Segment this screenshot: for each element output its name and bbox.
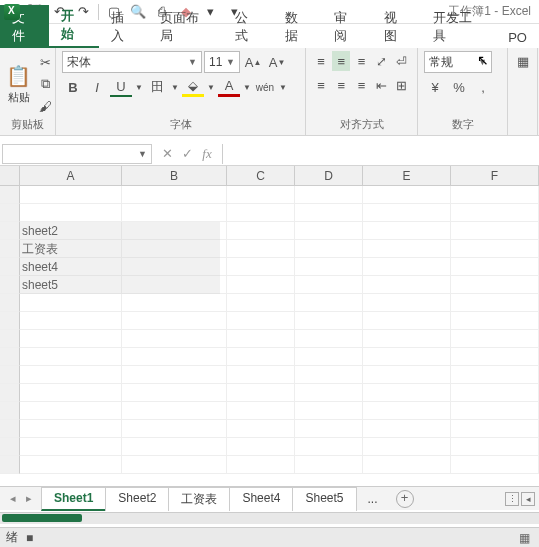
cell-B5[interactable] bbox=[122, 258, 227, 276]
cut-icon[interactable]: ✂ bbox=[34, 52, 56, 72]
cell-A9[interactable] bbox=[20, 330, 122, 348]
merge-icon[interactable]: ⊞ bbox=[393, 75, 411, 95]
cell-B7[interactable] bbox=[122, 294, 227, 312]
cell-A16[interactable] bbox=[20, 456, 122, 474]
row-header-3[interactable] bbox=[0, 222, 20, 240]
row-header-6[interactable] bbox=[0, 276, 20, 294]
cell-E1[interactable] bbox=[363, 186, 451, 204]
cell-F7[interactable] bbox=[451, 294, 539, 312]
cell-B11[interactable] bbox=[122, 366, 227, 384]
cell-D16[interactable] bbox=[295, 456, 363, 474]
cell-E7[interactable] bbox=[363, 294, 451, 312]
row-header-1[interactable] bbox=[0, 186, 20, 204]
cell-C9[interactable] bbox=[227, 330, 295, 348]
underline-button[interactable]: U bbox=[110, 77, 132, 97]
cell-F8[interactable] bbox=[451, 312, 539, 330]
cell-C15[interactable] bbox=[227, 438, 295, 456]
row-header-15[interactable] bbox=[0, 438, 20, 456]
orientation-icon[interactable]: ⤢ bbox=[373, 51, 391, 71]
cell-C6[interactable] bbox=[227, 276, 295, 294]
nav-prev-icon[interactable]: ▸ bbox=[22, 492, 36, 505]
cell-E12[interactable] bbox=[363, 384, 451, 402]
cell-E15[interactable] bbox=[363, 438, 451, 456]
align-top-icon[interactable]: ≡ bbox=[312, 51, 330, 71]
tab-review[interactable]: 审阅 bbox=[322, 5, 371, 48]
col-header-B[interactable]: B bbox=[122, 166, 227, 185]
record-macro-icon[interactable]: ■ bbox=[26, 531, 33, 545]
italic-button[interactable]: I bbox=[86, 77, 108, 97]
cell-D4[interactable] bbox=[295, 240, 363, 258]
row-header-8[interactable] bbox=[0, 312, 20, 330]
fx-button[interactable]: fx bbox=[198, 146, 216, 162]
cell-E3[interactable] bbox=[363, 222, 451, 240]
cell-A12[interactable] bbox=[20, 384, 122, 402]
tab-formula[interactable]: 公式 bbox=[223, 5, 272, 48]
border-dropdown-icon[interactable]: ▼ bbox=[170, 77, 180, 97]
underline-dropdown-icon[interactable]: ▼ bbox=[134, 77, 144, 97]
sheet-tab-Sheet4[interactable]: Sheet4 bbox=[229, 487, 293, 511]
cell-E13[interactable] bbox=[363, 402, 451, 420]
font-color-button[interactable]: A bbox=[218, 77, 240, 97]
cell-F13[interactable] bbox=[451, 402, 539, 420]
cancel-icon[interactable]: ✕ bbox=[158, 146, 176, 161]
cell-A2[interactable] bbox=[20, 204, 122, 222]
cell-D15[interactable] bbox=[295, 438, 363, 456]
tab-layout[interactable]: 页面布局 bbox=[148, 5, 223, 48]
col-header-C[interactable]: C bbox=[227, 166, 295, 185]
col-header-E[interactable]: E bbox=[363, 166, 451, 185]
cell-C16[interactable] bbox=[227, 456, 295, 474]
tab-view[interactable]: 视图 bbox=[372, 5, 421, 48]
shrink-font-icon[interactable]: A▼ bbox=[266, 52, 288, 72]
cell-A1[interactable] bbox=[20, 186, 122, 204]
row-header-14[interactable] bbox=[0, 420, 20, 438]
cell-B10[interactable] bbox=[122, 348, 227, 366]
cell-B15[interactable] bbox=[122, 438, 227, 456]
enter-icon[interactable]: ✓ bbox=[178, 146, 196, 161]
row-header-10[interactable] bbox=[0, 348, 20, 366]
cell-D11[interactable] bbox=[295, 366, 363, 384]
cell-A3[interactable]: sheet2 bbox=[20, 222, 122, 240]
cell-C5[interactable] bbox=[227, 258, 295, 276]
cell-C14[interactable] bbox=[227, 420, 295, 438]
cell-F16[interactable] bbox=[451, 456, 539, 474]
cell-C11[interactable] bbox=[227, 366, 295, 384]
tab-insert[interactable]: 插入 bbox=[99, 5, 148, 48]
cell-C1[interactable] bbox=[227, 186, 295, 204]
cell-F10[interactable] bbox=[451, 348, 539, 366]
col-header-D[interactable]: D bbox=[295, 166, 363, 185]
cell-C4[interactable] bbox=[227, 240, 295, 258]
cell-C8[interactable] bbox=[227, 312, 295, 330]
cell-D5[interactable] bbox=[295, 258, 363, 276]
row-header-4[interactable] bbox=[0, 240, 20, 258]
sheet-tab-工资表[interactable]: 工资表 bbox=[168, 487, 230, 511]
row-header-16[interactable] bbox=[0, 456, 20, 474]
cell-F6[interactable] bbox=[451, 276, 539, 294]
cell-D3[interactable] bbox=[295, 222, 363, 240]
scroll-thumb[interactable] bbox=[2, 514, 82, 522]
align-center-icon[interactable]: ≡ bbox=[332, 75, 350, 95]
cell-C7[interactable] bbox=[227, 294, 295, 312]
sheet-tab-Sheet5[interactable]: Sheet5 bbox=[292, 487, 356, 511]
sheet-tab-Sheet1[interactable]: Sheet1 bbox=[41, 487, 106, 511]
tab-po[interactable]: PO bbox=[496, 26, 539, 48]
decrease-indent-icon[interactable]: ⇤ bbox=[373, 75, 391, 95]
cell-B8[interactable] bbox=[122, 312, 227, 330]
cell-A15[interactable] bbox=[20, 438, 122, 456]
nav-first-icon[interactable]: ◂ bbox=[6, 492, 20, 505]
cell-B3[interactable] bbox=[122, 222, 227, 240]
formula-input[interactable] bbox=[223, 144, 539, 164]
cell-B1[interactable] bbox=[122, 186, 227, 204]
comma-button[interactable]: , bbox=[472, 77, 494, 97]
scroll-left-icon[interactable]: ◂ bbox=[521, 492, 535, 506]
sheet-tab-Sheet2[interactable]: Sheet2 bbox=[105, 487, 169, 511]
cell-B4[interactable] bbox=[122, 240, 227, 258]
cell-D1[interactable] bbox=[295, 186, 363, 204]
cell-E4[interactable] bbox=[363, 240, 451, 258]
bold-button[interactable]: B bbox=[62, 77, 84, 97]
cell-F11[interactable] bbox=[451, 366, 539, 384]
cell-C10[interactable] bbox=[227, 348, 295, 366]
col-header-F[interactable]: F bbox=[451, 166, 539, 185]
view-normal-icon[interactable]: ▦ bbox=[515, 531, 533, 545]
cell-F14[interactable] bbox=[451, 420, 539, 438]
col-header-A[interactable]: A bbox=[20, 166, 122, 185]
